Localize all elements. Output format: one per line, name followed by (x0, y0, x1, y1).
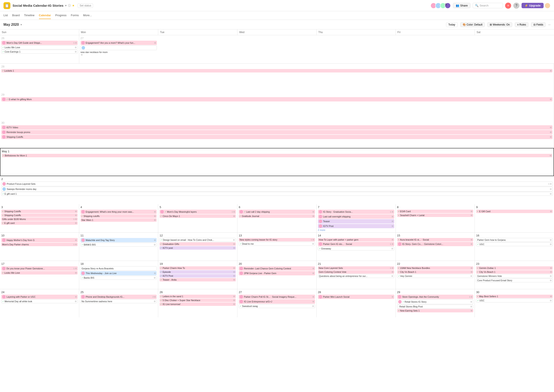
event[interactable]: ✓ BANKS BIS ⊟ (80, 243, 157, 247)
add-button[interactable]: + (505, 3, 511, 9)
event[interactable]: ✓ New Earring Sets 1 ⊟ (397, 309, 474, 312)
event[interactable]: ✓ Looks We Love ⊟ (1, 45, 78, 49)
event[interactable]: Happy Mother's Day from G ⊟ (1, 238, 78, 242)
event[interactable]: Mom's Day Parker charms 1 ⊟ (1, 243, 78, 246)
event[interactable]: IG Story- Gem Co... · Gemstone Colori...… (397, 242, 474, 246)
day-cell-may10[interactable]: 10 Happy Mother's Day from G ⊟ Mom's Day… (0, 232, 79, 261)
event[interactable]: ✓ Last call 2 day shipping ⊟ (239, 210, 315, 214)
event[interactable]: ✓ Aura bracelet IG st... · Social ⊟ (397, 238, 474, 241)
event[interactable]: Gorjana Story re Aura Bracelets (80, 266, 157, 271)
event[interactable]: ✓ Letters in the sand 1 ⊟ (160, 295, 236, 298)
event[interactable]: ✓ Giveaway ⊟ (318, 247, 394, 251)
event[interactable]: Gemstone Winners Vote ⊟ (476, 274, 553, 278)
event[interactable] (80, 45, 157, 50)
event[interactable]: Parker Gem how to Gorjana ⊟ (476, 238, 553, 242)
event[interactable]: ✓ IGTV post ⊟ (160, 246, 236, 250)
day-cell-may22[interactable]: 22 ✓ 10AM New Necklace Bundles ⊟ ✓ City … (396, 261, 475, 289)
event[interactable]: This Wednesday - Join us Live ⊟ (80, 271, 157, 275)
event[interactable]: ✓ 10AM New Necklace Bundles ⊟ (397, 266, 474, 270)
event[interactable]: Star Wars 1 ⊟ (80, 218, 157, 222)
set-status[interactable]: Set status (78, 3, 93, 8)
day-cell-may7[interactable]: 7 IG Story · Graduation Socia... 1 ⊟ Las… (317, 204, 396, 232)
event[interactable]: Reminder bouqs promo ⊟ (1, 130, 553, 134)
event[interactable]: Shipping Cutoffs ⊟ (1, 135, 553, 139)
event[interactable]: ✓ Shipping Cutoffs ⊟ (1, 210, 78, 213)
rules-button[interactable]: ≡ Rules (515, 22, 528, 27)
more-events-link[interactable]: 2 more (318, 229, 394, 231)
day-cell-may13[interactable]: 13 New styles coming teaser for IG story… (237, 232, 317, 261)
day-cell-may16[interactable]: 16 Parker Gem how to Gorjana ⊟ ✓ UGC ⊟ (475, 232, 554, 261)
event[interactable]: ✓ 5 Disc Choker + Super Star Necklace ⊟ (160, 299, 236, 302)
user-avatar[interactable] (545, 3, 551, 9)
tab-calendar[interactable]: Calendar (39, 12, 51, 19)
day-cell-may17[interactable]: 17 Do you know your Power Gemstone... 1 … (0, 261, 79, 289)
event[interactable]: ✓ May Best Sellers 1 ⊟ (476, 295, 553, 298)
color-button[interactable]: 🎨 Color: Default (460, 22, 485, 27)
event[interactable]: ✓ Parker Charm How To ⊟ (160, 266, 236, 270)
event[interactable]: ✓ IGTV Post ⊟ (160, 274, 236, 278)
event[interactable]: ✓ Shipping Cutoffs ⊟ (1, 214, 78, 217)
month-dropdown-icon[interactable]: ▾ (21, 23, 22, 26)
event[interactable]: ✓ Sweatsuit swag ⊟ (239, 304, 315, 308)
event[interactable]: Layering with Parker or UGC ⊟ (1, 295, 78, 299)
tab-timeline[interactable]: Timeline (24, 12, 35, 19)
day-cell-may27[interactable]: 27 Parker Charm Poll IG St... · Social I… (237, 289, 317, 317)
event[interactable]: New Core Layered Sets 1 ⊟ (318, 266, 394, 270)
event[interactable]: Gifts under $100 Moms 1 ⊟ (1, 217, 78, 221)
event[interactable]: ✓ Birthstones for Mom 1 ⊟ (2, 154, 552, 157)
event[interactable]: ✓ Lockets 1 ⊟ (1, 69, 553, 72)
event[interactable]: Store Openings- Ask the Community 1 ⊟ (397, 295, 474, 299)
day-cell-may6[interactable]: 6 ✓ Last call 2 day shipping ⊟ ✓ Gratitu… (237, 204, 317, 232)
event[interactable]: Gem Coloring Contest Vote ⊟ (318, 270, 394, 274)
event[interactable]: ✓ E gift card ⊟ (1, 221, 78, 225)
more-options-icon[interactable]: ··· (548, 23, 551, 26)
event[interactable]: Questions about being an entrepreneur fo… (318, 274, 394, 278)
event[interactable]: ✓ Episode ⊟ (160, 270, 236, 274)
day-cell-may4[interactable]: 4 Engagement: What's one thing your mom … (79, 204, 158, 232)
event[interactable]: ✓ Shipping cutoffs ⊟ (80, 214, 157, 218)
event[interactable]: ✓ Looks We Love ⊟ (1, 271, 78, 274)
event[interactable]: ✓ Seashell Charm + Lariat ⊟ (397, 214, 474, 217)
event[interactable]: Malachite and Dog Tag Story ⊟ (80, 238, 157, 242)
event[interactable]: Teaser ⊟ (318, 219, 394, 224)
day-cell-may21[interactable]: 21 New Core Layered Sets 1 ⊟ Gem Colorin… (317, 261, 396, 289)
today-button[interactable]: Today (446, 22, 458, 27)
event[interactable]: ✓ Retail Stores IG Story ⊟ (397, 299, 474, 304)
day-cell-may12[interactable]: 12 ✓ Design based on email · How To Coin… (158, 232, 237, 261)
event[interactable]: Engagement: What's one thing your mom wa… (80, 210, 157, 214)
event[interactable]: IG Story · Graduation Socia... 1 ⊟ (318, 210, 394, 214)
tab-list[interactable]: List (3, 12, 8, 19)
event[interactable]: New styles coming teaser for IG story 1 … (239, 238, 315, 241)
day-cell-apr27[interactable]: 27 Engagement? Are you a mom? What's you… (79, 35, 158, 63)
event[interactable]: ✓ Core Earrings 1 ⊟ (1, 50, 78, 54)
day-cell-apr29[interactable]: 29 ✓ G what i'm gifting Mom ⊟ (0, 92, 554, 120)
event[interactable]: Last call overnight shipping ⊟ (318, 214, 394, 219)
event[interactable]: ✓ Gratitude Journal ⊟ (239, 214, 315, 218)
day-cell-may28[interactable]: 28 Parker Mini Launch Social ⊟ (317, 289, 396, 317)
day-cell-may11[interactable]: 11 Malachite and Dog Tag Story ⊟ ✓ BANKS… (79, 232, 158, 261)
day-cell-may1[interactable]: May 1 ✓ Birthstones for Mom 1 ⊟ (0, 148, 554, 176)
day-cell-may23[interactable]: 23 ✓ Gemini Zodiac 1 ⊟ ✓ City Vs Beach 1… (475, 261, 554, 289)
event[interactable]: 2PM Gorjana Live - Parker Gem ⊟ (239, 271, 315, 275)
event[interactable]: ✓ G what i'm gifting Mom ⊟ (1, 97, 553, 101)
event[interactable]: ✓ City Vs Beach 1 ⊟ (397, 270, 474, 274)
weekends-button[interactable]: ⊞ Weekends: On (487, 22, 512, 27)
day-cell-may20[interactable]: 20 Reminder- Last Chance Gem Coloring Co… (237, 261, 317, 289)
day-cell-may15[interactable]: 15 ✓ Aura bracelet IG st... · Social ⊟ I… (396, 232, 475, 261)
dropdown-icon[interactable]: ▾ (65, 4, 67, 7)
day-cell-apr28[interactable]: 28 ✓ Lockets 1 ⊟ (0, 63, 554, 92)
tab-board[interactable]: Board (12, 12, 20, 19)
fields-button[interactable]: ⊟ Fields (531, 22, 546, 27)
event[interactable]: ✓ UGC ⊟ (476, 299, 553, 302)
search-box[interactable]: 🔍 Search (473, 3, 503, 8)
event[interactable]: Parker Charm Poll IG St... · Social Imag… (239, 295, 315, 299)
upgrade-button[interactable]: ⚡ Upgrade (522, 3, 544, 8)
event[interactable]: How To Layer with parker + parker gem ⊟ (318, 238, 394, 241)
event[interactable]: ✓ Banks BIS ⊟ (80, 276, 157, 280)
event[interactable]: IGTV Video ⊟ (1, 125, 553, 130)
event[interactable]: ✓ Gemini Zodiac 1 ⊟ (476, 266, 553, 270)
event[interactable]: Reminder- Last Chance Gem Coloring Conte… (239, 266, 315, 271)
event[interactable]: Engagement? Are you a mom? What's your f… (80, 41, 157, 45)
event[interactable]: ✓ Hey Gemini ⊟ (397, 274, 474, 278)
day-cell-may3[interactable]: 3 ✓ Shipping Cutoffs ⊟ ✓ Shipping Cutoff… (0, 204, 79, 232)
